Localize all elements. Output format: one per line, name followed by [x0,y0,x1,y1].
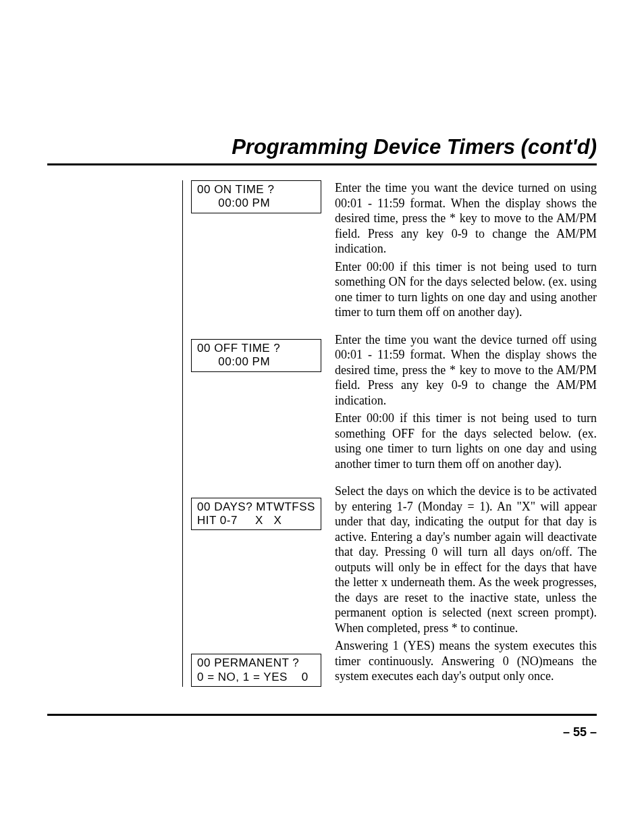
spacer [191,213,321,339]
permanent-para: Answering 1 (YES) means the system execu… [335,638,597,684]
lcd-display-days: 00 DAYS? MTWTFSS HIT 0-7 X X [191,498,321,531]
spacer [335,474,597,484]
spacer [335,323,597,332]
page: Programming Device Timers (cont'd) 00 ON… [0,0,644,834]
page-number: – 55 – [47,725,597,739]
content-columns: 00 ON TIME ? 00:00 PM 00 OFF TIME ? 00:0… [47,180,597,687]
page-title: Programming Device Timers (cont'd) [47,135,597,159]
off-time-para-1: Enter the time you want the device turne… [335,332,597,409]
bottom-rule [47,714,597,716]
main-content: 00 ON TIME ? 00:00 PM 00 OFF TIME ? 00:0… [183,180,597,687]
off-time-para-2: Enter 00:00 if this timer is not being u… [335,411,597,471]
lcd-display-off-time: 00 OFF TIME ? 00:00 PM [191,339,321,372]
left-margin-rail [47,180,183,687]
description-column: Enter the time you want the device turne… [335,180,597,687]
on-time-para-1: Enter the time you want the device turne… [335,180,597,257]
on-time-para-2: Enter 00:00 if this timer is not being u… [335,259,597,320]
lcd-display-on-time: 00 ON TIME ? 00:00 PM [191,180,321,213]
title-rule [47,163,597,165]
lcd-display-permanent: 00 PERMANENT ? 0 = NO, 1 = YES 0 [191,654,321,687]
spacer [191,530,321,654]
days-para: Select the days on which the device is t… [335,484,597,635]
spacer [191,372,321,498]
lcd-column: 00 ON TIME ? 00:00 PM 00 OFF TIME ? 00:0… [191,180,321,687]
